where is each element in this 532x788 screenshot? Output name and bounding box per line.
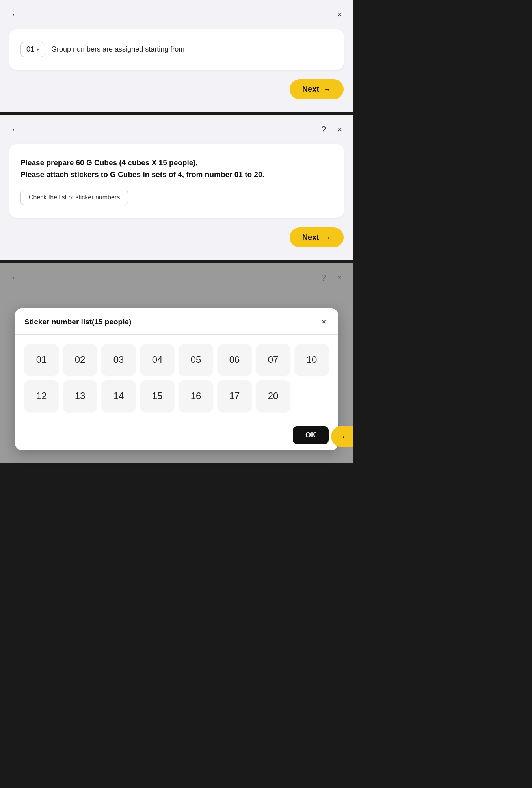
partial-arrow: → [338, 431, 346, 442]
sticker-cell: 06 [218, 344, 251, 375]
group-label-text: Group numbers are assigned starting from [51, 45, 184, 54]
card-line2: Please attach stickers to G Cubes in set… [20, 169, 333, 180]
sticker-cell: 13 [63, 380, 97, 412]
sticker-cell: 03 [102, 344, 136, 375]
sticker-cell: 16 [179, 380, 213, 412]
group-number-dropdown[interactable]: 01 ▾ [20, 42, 45, 57]
back-button-1[interactable]: ← [9, 8, 21, 21]
panel-2-card: Please prepare 60 G Cubes (4 cubes X 15 … [9, 144, 344, 218]
help-button-3[interactable]: ? [320, 271, 327, 284]
sticker-cell: 17 [218, 380, 251, 412]
sticker-cell: 07 [256, 344, 290, 375]
sticker-cell: 20 [256, 380, 290, 412]
sticker-modal: Sticker number list(15 people) × 0102030… [15, 308, 338, 450]
card-line1: Please prepare 60 G Cubes (4 cubes X 15 … [20, 157, 333, 169]
panel-3-nav: ← ? × [9, 271, 344, 284]
next-arrow-2: → [323, 233, 331, 242]
panel-2-nav: ← ? × [9, 123, 344, 136]
panel-3: ← ? × Sticker number list(15 people) × 0… [0, 263, 353, 463]
next-arrow-1: → [323, 85, 331, 94]
next-label-2: Next [302, 233, 319, 242]
back-button-3[interactable]: ← [9, 271, 21, 284]
sticker-cell: 05 [179, 344, 213, 375]
sticker-cell: 04 [140, 344, 174, 375]
sticker-cell: 10 [295, 344, 329, 375]
sticker-cell: 14 [102, 380, 136, 412]
help-button-2[interactable]: ? [320, 123, 327, 136]
next-btn-container-2: Next → [9, 227, 344, 247]
panel-1-card: 01 ▾ Group numbers are assigned starting… [9, 29, 344, 70]
modal-header: Sticker number list(15 people) × [15, 308, 338, 335]
sticker-cell: 02 [63, 344, 97, 375]
close-button-2[interactable]: × [335, 123, 344, 136]
group-number-row: 01 ▾ Group numbers are assigned starting… [20, 42, 333, 57]
panel-2: ← ? × Please prepare 60 G Cubes (4 cubes… [0, 115, 353, 260]
sticker-grid: 010203040506071012131415161720 [15, 335, 338, 420]
modal-title: Sticker number list(15 people) [24, 318, 131, 326]
close-button-3[interactable]: × [335, 271, 344, 284]
back-button-2[interactable]: ← [9, 123, 21, 136]
sticker-cell: 01 [24, 344, 58, 375]
next-button-2[interactable]: Next → [290, 227, 344, 247]
next-button-1[interactable]: Next → [290, 79, 344, 99]
sticker-cell: 15 [140, 380, 174, 412]
modal-close-button[interactable]: × [319, 316, 329, 328]
next-label-1: Next [302, 85, 319, 94]
sticker-cell: 12 [24, 380, 58, 412]
ok-button[interactable]: OK [293, 426, 329, 444]
partial-next-btn: → [331, 426, 353, 447]
card-text-main: Please prepare 60 G Cubes (4 cubes X 15 … [20, 157, 333, 181]
panel-1: ← × 01 ▾ Group numbers are assigned star… [0, 0, 353, 112]
panel-1-nav: ← × [9, 8, 344, 21]
dropdown-value: 01 [26, 45, 34, 54]
next-btn-container-1: Next → [9, 79, 344, 99]
modal-footer: OK [15, 420, 338, 450]
dropdown-arrow-icon: ▾ [37, 47, 39, 52]
check-list-button[interactable]: Check the list of sticker numbers [20, 190, 128, 205]
close-button-1[interactable]: × [335, 8, 344, 21]
